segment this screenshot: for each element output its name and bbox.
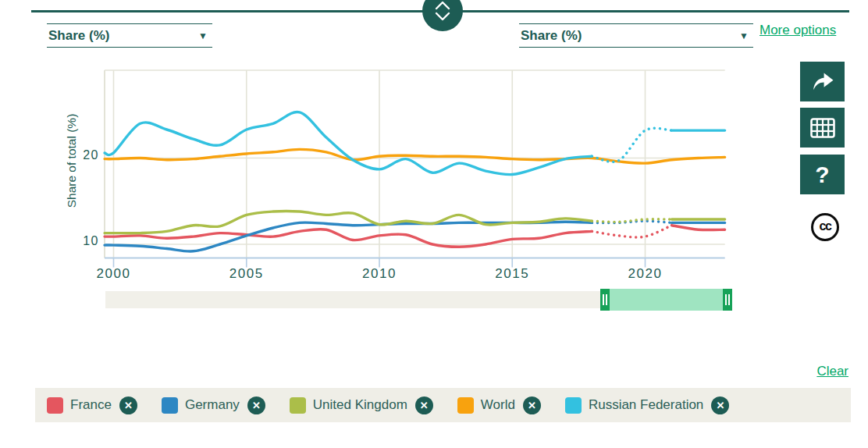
legend-bar: France✕Germany✕United Kingdom✕World✕Russ… <box>35 388 851 422</box>
y-tick-label: 20 <box>83 148 99 162</box>
help-button[interactable]: ? <box>800 155 845 194</box>
x-tick-label: 2020 <box>628 266 663 281</box>
remove-icon[interactable]: ✕ <box>119 396 137 414</box>
time-slider-handle-right[interactable] <box>723 289 732 311</box>
legend-item-world[interactable]: World✕ <box>457 396 541 414</box>
x-tick-label: 2000 <box>97 266 131 281</box>
left-indicator-dropdown[interactable]: Share (%) ▼ <box>47 23 212 48</box>
share-arrow-icon <box>808 68 838 96</box>
legend-swatch-united-kingdom <box>290 397 306 414</box>
x-tick-label: 2015 <box>495 266 529 281</box>
legend-swatch-france <box>47 397 63 414</box>
creative-commons-icon[interactable]: cc <box>811 213 839 241</box>
data-table-button[interactable] <box>800 108 845 148</box>
legend-swatch-world <box>457 397 474 414</box>
legend-label: Russian Federation <box>589 397 703 413</box>
series-line-united-kingdom[interactable] <box>105 211 592 233</box>
x-tick-label: 2010 <box>362 266 397 281</box>
remove-icon[interactable]: ✕ <box>415 396 433 414</box>
legend-label: Germany <box>185 397 240 413</box>
series-line-france-projected[interactable] <box>592 226 671 237</box>
axis-swap-button[interactable] <box>422 0 463 31</box>
share-button[interactable] <box>800 62 845 101</box>
chevron-up-down-icon <box>430 0 455 24</box>
legend-label: United Kingdom <box>313 397 407 413</box>
time-slider-handle-left[interactable] <box>600 289 610 311</box>
remove-icon[interactable]: ✕ <box>523 396 541 414</box>
chevron-down-icon: ▼ <box>198 31 208 41</box>
gapminder-line-chart-app: Share (%) ▼ Share (%) ▼ More options 200… <box>0 0 868 448</box>
remove-icon[interactable]: ✕ <box>711 396 729 414</box>
left-indicator-value: Share (%) <box>48 28 109 44</box>
series-line-france[interactable] <box>672 226 725 230</box>
series-line-russian-federation-projected[interactable] <box>592 128 671 162</box>
legend-item-russian-federation[interactable]: Russian Federation✕ <box>565 396 729 414</box>
more-options-link[interactable]: More options <box>760 23 836 38</box>
chevron-down-icon: ▼ <box>739 31 749 41</box>
right-indicator-dropdown[interactable]: Share (%) ▼ <box>519 23 753 48</box>
legend-swatch-germany <box>162 397 178 414</box>
legend-item-germany[interactable]: Germany✕ <box>162 396 265 414</box>
y-tick-label: 10 <box>83 234 99 247</box>
table-icon <box>809 116 837 140</box>
y-axis-title: Share of total (%) <box>66 114 78 208</box>
question-mark-icon: ? <box>815 162 829 188</box>
x-tick-label: 2005 <box>229 266 264 281</box>
time-slider-selected-range[interactable] <box>605 289 727 311</box>
legend-item-france[interactable]: France✕ <box>47 396 137 414</box>
series-line-russian-federation[interactable] <box>105 112 592 174</box>
legend-swatch-russian-federation <box>565 397 582 414</box>
right-indicator-value: Share (%) <box>521 28 582 44</box>
clear-link[interactable]: Clear <box>816 364 848 379</box>
remove-icon[interactable]: ✕ <box>247 396 265 414</box>
legend-label: World <box>481 397 515 413</box>
line-chart: 200020052010201520201020Share of total (… <box>66 64 734 283</box>
legend-item-united-kingdom[interactable]: United Kingdom✕ <box>290 396 433 414</box>
legend-label: France <box>70 397 112 413</box>
